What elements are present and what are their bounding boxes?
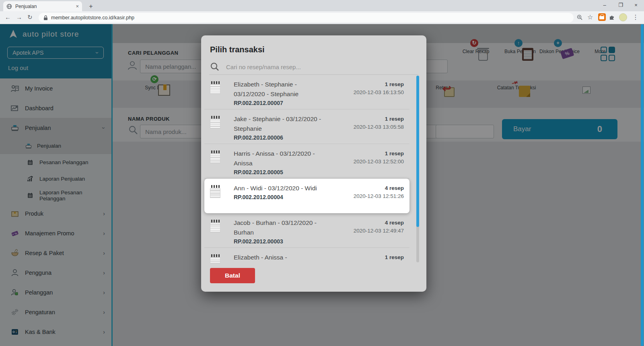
transaction-datetime: 2020-12-03 12:51:26: [354, 193, 404, 199]
tab-title: Penjualan: [15, 4, 72, 9]
transaction-row[interactable]: Jacob - Burhan - 03/12/2020 - Burhan RP.…: [204, 213, 409, 248]
transaction-name: Jacob - Burhan - 03/12/2020 - Burhan: [234, 218, 322, 237]
transaction-resep-count: 1 resep: [385, 254, 404, 260]
transaction-resep-count: 4 resep: [354, 185, 404, 191]
profile-avatar[interactable]: [619, 13, 627, 21]
search-icon: [210, 62, 220, 72]
receipt-note-icon: [210, 116, 220, 129]
transaction-resep-count: 1 resep: [354, 150, 404, 157]
pilih-transaksi-modal: Pilih transaksi Elizabeth - Stephanie - …: [201, 35, 426, 292]
receipt-note-icon: [210, 81, 220, 94]
forward-button[interactable]: →: [16, 14, 22, 21]
transaction-row[interactable]: Harris - Anissa - 03/12/2020 - Anissa RP…: [204, 144, 409, 179]
new-tab-button[interactable]: +: [86, 2, 96, 10]
transaction-name: Ann - Widi - 03/12/2020 - Widi: [234, 183, 322, 193]
browser-tab[interactable]: Penjualan ×: [3, 1, 82, 11]
address-bar[interactable]: member.autopilotstore.co.id/kasir.php: [39, 13, 574, 23]
url-text: member.autopilotstore.co.id/kasir.php: [51, 15, 134, 21]
transaction-code: RP.002.2012.00007: [234, 100, 322, 106]
transaction-resep-count: 1 resep: [354, 116, 404, 122]
transaction-row[interactable]: Elizabeth - Stephanie - 03/12/2020 - Ste…: [204, 75, 409, 109]
transaction-resep-count: 4 resep: [354, 220, 404, 226]
window-close-button[interactable]: ×: [628, 0, 644, 11]
transaction-row[interactable]: Jake - Stephanie - 03/12/2020 - Stephani…: [204, 109, 409, 144]
modal-scrollbar-track[interactable]: [416, 76, 419, 262]
transaction-code: RP.002.2012.00004: [234, 194, 322, 200]
transaction-name: Elizabeth - Anissa -: [234, 253, 322, 262]
browser-menu-icon[interactable]: ⋮: [632, 13, 639, 21]
transaction-datetime: 2020-12-03 12:49:47: [354, 228, 404, 234]
screen: Penjualan × + – ❐ × ← → ↻ member.autopil…: [0, 0, 644, 346]
zoom-icon[interactable]: [577, 14, 583, 21]
transaction-code: RP.002.2012.00005: [234, 169, 322, 175]
receipt-note-icon: [210, 150, 220, 163]
browser-tabstrip: Penjualan × + – ❐ ×: [0, 0, 644, 11]
receipt-note-icon: [210, 220, 220, 233]
transaction-datetime: 2020-12-03 16:13:50: [354, 89, 404, 95]
window-minimize-button[interactable]: –: [597, 0, 613, 11]
refresh-button[interactable]: ↻: [27, 14, 33, 21]
transaction-list: Elizabeth - Stephanie - 03/12/2020 - Ste…: [201, 75, 426, 263]
lock-icon: [43, 15, 48, 21]
receipt-note-icon: [210, 185, 220, 198]
window-restore-button[interactable]: ❐: [613, 0, 629, 11]
transaction-code: RP.002.2012.00006: [234, 134, 322, 141]
transaction-resep-count: 1 resep: [354, 81, 404, 87]
transaction-code: RP.002.2012.00003: [234, 238, 322, 245]
modal-scrollbar-thumb[interactable]: [416, 76, 419, 227]
bookmark-star-icon[interactable]: ☆: [587, 13, 593, 21]
modal-title: Pilih transaksi: [210, 45, 265, 54]
page-scrollbar[interactable]: [641, 24, 644, 346]
page: auto pilot store Apotek APS › Log out My…: [0, 24, 644, 346]
transaction-name: Harris - Anissa - 03/12/2020 - Anissa: [234, 149, 322, 168]
receipt-note-icon: [210, 254, 220, 263]
transaction-name: Elizabeth - Stephanie - 03/12/2020 - Ste…: [234, 80, 322, 99]
transaction-name: Jake - Stephanie - 03/12/2020 - Stephani…: [234, 114, 322, 134]
transaction-row[interactable]: Ann - Widi - 03/12/2020 - Widi RP.002.20…: [204, 179, 409, 213]
transaction-datetime: 2020-12-03 12:52:00: [354, 159, 404, 165]
modal-search[interactable]: [210, 60, 410, 73]
transaction-row[interactable]: Elizabeth - Anissa - 1 resep: [204, 248, 409, 263]
extension-bag-icon[interactable]: [598, 13, 606, 21]
back-button[interactable]: ←: [5, 14, 11, 21]
tab-close-icon[interactable]: ×: [76, 3, 79, 9]
globe-icon: [6, 4, 12, 9]
extensions-puzzle-icon[interactable]: [609, 14, 615, 20]
transaction-datetime: 2020-12-03 13:05:58: [354, 124, 404, 130]
batal-button[interactable]: Batal: [210, 268, 255, 283]
modal-search-input[interactable]: [226, 64, 410, 70]
